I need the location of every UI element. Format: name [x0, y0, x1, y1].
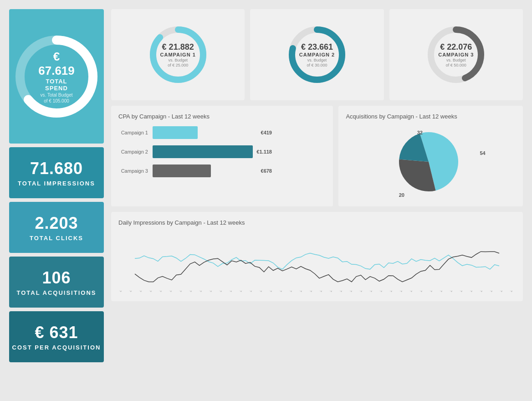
impressions-label: TOTAL IMPRESSIONS: [18, 180, 95, 187]
x-axis-label: 2016.04.12: [509, 291, 515, 293]
cpa-bar-row-3: Campaign 3 €678: [118, 165, 326, 177]
campaign-amount-2: € 23.661: [290, 42, 344, 52]
x-axis-label: 2016.04.08: [489, 291, 495, 293]
campaign-sub2-2: of € 30.000: [290, 63, 344, 67]
bar-value-2: €1.118: [256, 149, 272, 154]
cpa-chart: CPA by Campaign - Last 12 weeks Campaign…: [111, 106, 333, 206]
impressions-number: 71.680: [30, 159, 83, 178]
x-axis-label: 2016.02.20: [259, 291, 265, 293]
line-chart-title: Daily Impressions by Campaign - Last 12 …: [118, 219, 516, 226]
x-axis-label: 2016.02.16: [239, 291, 245, 293]
bar-track-2: €1.118: [153, 145, 253, 158]
bar-label-2: Campaign 2: [118, 149, 153, 154]
acq-chart: Acquisitions by Campaign - Last 12 weeks…: [338, 106, 523, 206]
acq-chart-title: Acquisitions by Campaign - Last 12 weeks: [346, 113, 516, 120]
cpa-bar-row-2: Campaign 2 €1.118: [118, 145, 326, 158]
x-axis-label: 2016.03.21: [409, 291, 415, 293]
clicks-label: TOTAL CLICKS: [30, 235, 83, 242]
campaign-label-3: CAMPAIGN 3: [429, 52, 483, 57]
x-axis-label: 2016.01.27: [148, 291, 154, 293]
x-axis-label: 2016.02.26: [289, 291, 295, 293]
campaign-label-1: CAMPAIGN 1: [151, 52, 205, 57]
pie-svg: [390, 125, 472, 198]
cpa-label: COST PER ACQUISITION: [12, 344, 101, 351]
x-axis-label: 2016.02.12: [219, 291, 225, 293]
pie-label-54: 54: [480, 150, 485, 156]
x-axis-label: 2016.03.01: [309, 291, 315, 293]
x-axis-label: 2016.02.04: [179, 291, 184, 293]
spend-sub2: of € 105.000: [34, 98, 79, 103]
acquisitions-label: TOTAL ACQUISITIONS: [17, 289, 97, 296]
cpa-number: € 631: [35, 323, 78, 342]
x-axis-label: 2016.03.23: [419, 291, 425, 293]
campaign-donut-3: € 22.076 CAMPAIGN 3 vs. Budget of € 50.0…: [422, 21, 490, 89]
campaign-center-3: € 22.076 CAMPAIGN 3 vs. Budget of € 50.0…: [429, 42, 483, 67]
x-axis-label: 2016.02.14: [229, 291, 235, 293]
spend-donut: € 67.619 TOTAL SPEND vs. Total Budget of…: [11, 31, 102, 122]
x-axis-label: 2016.02.22: [269, 291, 275, 293]
x-axis-label: 2016.03.11: [359, 291, 365, 293]
campaign-donut-1: € 21.882 CAMPAIGN 1 vs. Budget of € 25.0…: [144, 21, 212, 89]
campaign-label-2: CAMPAIGN 2: [290, 52, 344, 57]
dashboard: € 67.619 TOTAL SPEND vs. Total Budget of…: [9, 9, 523, 362]
campaign-sub2-3: of € 50.000: [429, 63, 483, 67]
line-svg: [118, 230, 516, 289]
cpa-bar-row-1: Campaign 1 €419: [118, 126, 326, 139]
campaign-row: € 21.882 CAMPAIGN 1 vs. Budget of € 25.0…: [111, 9, 523, 100]
cpa-chart-title: CPA by Campaign - Last 12 weeks: [118, 113, 326, 120]
x-axis-label: 2016.04.10: [499, 291, 505, 293]
bar-fill-3: [153, 165, 211, 177]
pie-wrapper: 54 32 20: [390, 125, 472, 200]
charts-row: CPA by Campaign - Last 12 weeks Campaign…: [111, 106, 523, 206]
x-axis-label: 2016.01.29: [159, 291, 164, 293]
x-axis-label: 2016.03.25: [429, 291, 435, 293]
x-axis-label: 2016.02.06: [189, 291, 194, 293]
bar-fill-2: [153, 145, 253, 158]
line-campaign2: [135, 252, 499, 282]
x-axis-label: 2016.01.25: [138, 291, 144, 293]
x-axis-label: 2016.02.24: [279, 291, 285, 293]
cpa-bars: Campaign 1 €419 Campaign 2 €1.118 Campai…: [118, 126, 326, 177]
campaign-center-1: € 21.882 CAMPAIGN 1 vs. Budget of € 25.0…: [151, 42, 205, 67]
left-column: € 67.619 TOTAL SPEND vs. Total Budget of…: [9, 9, 104, 362]
bar-track-3: €678: [153, 165, 253, 177]
x-axis-label: 2016.04.06: [479, 291, 485, 293]
line-campaign1: [135, 253, 499, 269]
pie-container: 54 32 20: [346, 126, 516, 199]
x-axis-label: 2016.03.29: [449, 291, 455, 293]
campaign-sub1-3: vs. Budget: [429, 58, 483, 62]
bar-label-3: Campaign 3: [118, 168, 153, 174]
line-chart-card: Daily Impressions by Campaign - Last 12 …: [111, 212, 523, 301]
campaign-card-1: € 21.882 CAMPAIGN 1 vs. Budget of € 25.0…: [111, 9, 245, 100]
spend-label: TOTAL SPEND: [34, 78, 79, 92]
impressions-card: 71.680 TOTAL IMPRESSIONS: [9, 147, 104, 198]
pie-label-32: 32: [417, 130, 423, 135]
bar-fill-1: [153, 126, 198, 139]
x-axis-label: 2016.03.15: [379, 291, 385, 293]
spend-card: € 67.619 TOTAL SPEND vs. Total Budget of…: [9, 9, 104, 144]
campaign-amount-1: € 21.882: [151, 42, 205, 52]
campaign-card-2: € 23.661 CAMPAIGN 2 vs. Budget of € 30.0…: [250, 9, 384, 100]
spend-center: € 67.619 TOTAL SPEND vs. Total Budget of…: [34, 50, 79, 103]
campaign-card-3: € 22.076 CAMPAIGN 3 vs. Budget of € 50.0…: [389, 9, 523, 100]
clicks-card: 2.203 TOTAL CLICKS: [9, 202, 104, 253]
x-axis-label: 2016.03.19: [399, 291, 405, 293]
pie-label-20: 20: [399, 192, 404, 198]
x-axis-labels: 2016.01.212016.01.232016.01.252016.01.27…: [118, 291, 516, 294]
x-axis-label: 2016.02.08: [199, 291, 205, 293]
x-axis-label: 2016.04.01: [459, 291, 465, 293]
bar-value-3: €678: [261, 168, 272, 174]
campaign-center-2: € 23.661 CAMPAIGN 2 vs. Budget of € 30.0…: [290, 42, 344, 67]
x-axis-label: 2016.03.03: [319, 291, 325, 293]
clicks-number: 2.203: [35, 214, 78, 233]
x-axis-label: 2016.03.17: [389, 291, 395, 293]
campaign-sub1-2: vs. Budget: [290, 58, 344, 62]
x-axis-label: 2016.03.09: [349, 291, 355, 293]
bar-label-1: Campaign 1: [118, 130, 153, 135]
bar-track-1: €419: [153, 126, 253, 139]
x-axis-label: 2016.01.23: [128, 291, 134, 293]
spend-amount: € 67.619: [34, 50, 79, 78]
spend-sub1: vs. Total Budget: [34, 93, 79, 98]
campaign-donut-2: € 23.661 CAMPAIGN 2 vs. Budget of € 30.0…: [283, 21, 351, 89]
x-axis-label: 2016.03.07: [339, 291, 345, 293]
